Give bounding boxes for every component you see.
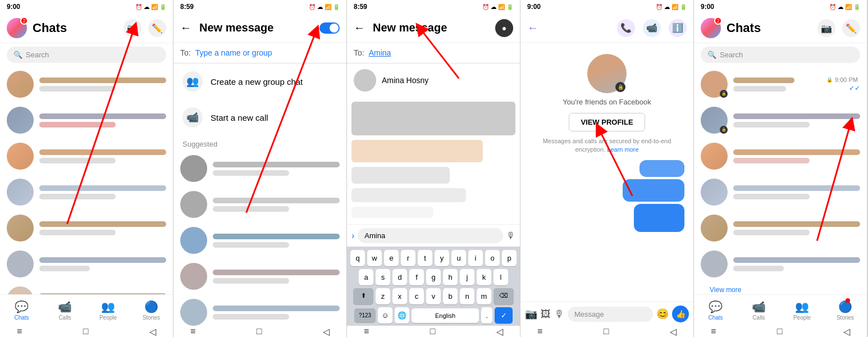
toggle-switch[interactable] — [319, 22, 340, 34]
learn-more-link[interactable]: Learn more — [607, 146, 638, 153]
key-j[interactable]: j — [460, 269, 474, 285]
input-placeholder: Type a name or group — [195, 48, 272, 57]
key-f[interactable]: f — [409, 269, 424, 285]
key-t[interactable]: t — [418, 250, 432, 266]
nav-chats[interactable]: 💬 Chats — [0, 295, 43, 326]
view-profile-button[interactable]: VIEW PROFILE — [569, 113, 645, 131]
camera-icon[interactable]: 📷 — [124, 19, 141, 37]
key-z[interactable]: z — [376, 288, 390, 304]
chevron-right-icon[interactable]: › — [351, 231, 354, 241]
list-item[interactable] — [173, 294, 346, 326]
bubble — [639, 160, 684, 177]
key-backspace[interactable]: ⌫ — [494, 288, 514, 304]
key-d[interactable]: d — [392, 269, 407, 285]
key-globe[interactable]: 🌐 — [395, 307, 409, 324]
list-item[interactable] — [0, 138, 173, 174]
image-icon[interactable]: 🖼 — [541, 308, 551, 320]
message-text-input[interactable]: Amina — [358, 228, 503, 243]
key-q[interactable]: q — [350, 250, 365, 266]
contact-result[interactable]: Amina Hosny — [347, 63, 520, 97]
key-k[interactable]: k — [477, 269, 491, 285]
key-period[interactable]: . — [481, 307, 492, 324]
nav-stories[interactable]: 🔵 Stories — [130, 295, 173, 326]
key-e[interactable]: e — [384, 250, 399, 266]
back-button[interactable]: ← — [527, 21, 538, 34]
key-s[interactable]: s — [376, 269, 390, 285]
key-i[interactable]: i — [468, 250, 483, 266]
key-u[interactable]: u — [451, 250, 466, 266]
key-v[interactable]: v — [426, 288, 441, 304]
key-b[interactable]: b — [443, 288, 458, 304]
page-title: New message — [373, 21, 495, 34]
mic-icon[interactable]: 🎙 — [554, 308, 564, 320]
list-item[interactable] — [694, 174, 867, 210]
microphone-icon[interactable]: 🎙 — [506, 231, 515, 241]
list-item[interactable] — [0, 246, 173, 282]
like-button[interactable]: 👍 — [672, 306, 689, 322]
create-group-chat-item[interactable]: 👥 Create a new group chat — [173, 63, 346, 99]
key-o[interactable]: o — [485, 250, 500, 266]
nav-people[interactable]: 👥 People — [780, 295, 824, 326]
key-space[interactable]: English — [412, 308, 479, 323]
list-item[interactable] — [0, 66, 173, 102]
key-send[interactable]: ✓ — [495, 307, 513, 324]
profile-avatar-wrap: 🔒 — [587, 54, 627, 93]
key-r[interactable]: r — [401, 250, 415, 266]
list-item[interactable] — [694, 246, 867, 282]
key-g[interactable]: g — [426, 269, 441, 285]
user-avatar[interactable]: 2 — [701, 18, 721, 38]
message-input-bar: 📷 🖼 🎙 Message 😊 👍 — [520, 302, 693, 326]
camera-icon[interactable]: 📷 — [525, 308, 537, 320]
nav-stories[interactable]: 🔵 Stories — [824, 295, 867, 326]
compose-icon[interactable]: ✏️ — [842, 19, 860, 37]
nav-chats[interactable]: 💬 Chats — [694, 295, 737, 326]
nav-people[interactable]: 👥 People — [86, 295, 130, 326]
key-h[interactable]: h — [443, 269, 458, 285]
key-w[interactable]: w — [367, 250, 382, 266]
list-item[interactable]: 🔒 — [694, 102, 867, 138]
list-item[interactable] — [0, 102, 173, 138]
key-n[interactable]: n — [460, 288, 474, 304]
list-item[interactable] — [173, 258, 346, 294]
back-button[interactable]: ← — [180, 21, 191, 34]
header-icons: 📷 ✏️ — [817, 19, 860, 37]
to-label: To: — [354, 48, 364, 57]
list-item[interactable] — [0, 174, 173, 210]
camera-icon[interactable]: 📷 — [817, 19, 835, 37]
key-y[interactable]: y — [435, 250, 449, 266]
key-x[interactable]: x — [392, 288, 407, 304]
recipient-input[interactable]: Type a name or group — [195, 48, 340, 57]
view-more-link[interactable]: View more — [703, 284, 748, 294]
key-emoji[interactable]: ☺ — [378, 307, 392, 324]
key-a[interactable]: a — [359, 269, 373, 285]
compose-icon[interactable]: ✏️ — [148, 19, 166, 37]
user-avatar[interactable]: 2 — [7, 18, 27, 38]
start-call-item[interactable]: 📹 Start a new call — [173, 99, 346, 135]
list-item[interactable] — [0, 282, 173, 294]
emoji-icon[interactable]: 😊 — [656, 308, 669, 320]
list-item[interactable] — [694, 210, 867, 246]
message-input[interactable]: Message — [568, 307, 653, 322]
list-item[interactable]: 🔒 🔒 9:00 PM ✓✓ — [694, 66, 867, 102]
key-shift[interactable]: ⬆ — [353, 288, 373, 304]
list-item[interactable] — [173, 151, 346, 186]
search-bar[interactable]: 🔍 Search — [701, 47, 860, 63]
nav-calls[interactable]: 📹 Calls — [737, 295, 780, 326]
list-item[interactable] — [694, 138, 867, 174]
list-item[interactable] — [173, 186, 346, 222]
key-m[interactable]: m — [477, 288, 491, 304]
back-button[interactable]: ← — [354, 21, 365, 34]
key-l[interactable]: l — [494, 269, 508, 285]
list-item[interactable] — [0, 210, 173, 246]
key-c[interactable]: c — [409, 288, 424, 304]
search-bar[interactable]: 🔍 Search — [7, 47, 166, 63]
chats-header2: 2 Chats 📷 ✏️ — [694, 13, 867, 43]
phone-icon[interactable]: 📞 — [617, 19, 635, 37]
key-p[interactable]: p — [502, 250, 517, 266]
people-nav-icon: 👥 — [795, 300, 809, 313]
key-num[interactable]: ?123 — [354, 308, 376, 322]
video-icon[interactable]: 📹 — [643, 19, 661, 37]
info-icon[interactable]: ℹ️ — [669, 19, 687, 37]
list-item[interactable] — [173, 222, 346, 258]
nav-calls[interactable]: 📹 Calls — [43, 295, 86, 326]
